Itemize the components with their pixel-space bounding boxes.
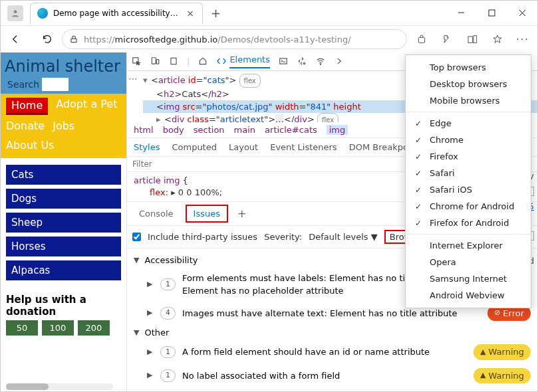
dd-opera[interactable]: Opera <box>406 254 531 270</box>
animal-link-alpacas[interactable]: Alpacas <box>6 260 121 280</box>
browser-filter-menu[interactable]: Top browsers Desktop browsers Mobile bro… <box>405 54 531 308</box>
dd-mobile-browsers[interactable]: Mobile browsers <box>406 92 531 109</box>
network-icon[interactable] <box>315 56 326 66</box>
svg-point-14 <box>303 63 305 64</box>
address-bar[interactable]: https://microsoftedge.github.io/Demos/de… <box>62 29 407 49</box>
dd-ie[interactable]: Internet Explorer <box>406 237 531 254</box>
include-thirdparty-checkbox[interactable] <box>132 233 141 241</box>
more-tabs-icon[interactable] <box>334 56 344 66</box>
console-icon[interactable] <box>278 56 289 66</box>
page-preview: Animal shelter Search Home Adopt a Pet D… <box>1 52 127 391</box>
donate-heading: Help us with a donation <box>1 287 126 320</box>
titlebar: Demo page with accessibility issu × + <box>1 1 537 26</box>
page-scrollbar-h[interactable] <box>6 383 113 390</box>
read-aloud-icon[interactable] <box>436 29 458 50</box>
elements-tab[interactable]: Elements <box>216 54 270 68</box>
search-input[interactable] <box>42 78 68 91</box>
donate-100[interactable]: 100 <box>42 320 74 336</box>
device-icon[interactable] <box>150 56 160 66</box>
tab-computed[interactable]: Computed <box>172 142 217 152</box>
svg-rect-8 <box>473 36 477 43</box>
nav-about[interactable]: About Us <box>6 139 54 151</box>
severity-label: Severity: <box>264 232 302 242</box>
toolbar: https://microsoftedge.github.io/Demos/de… <box>1 26 537 52</box>
main-nav: Home Adopt a Pet Donate Jobs About Us <box>1 94 126 158</box>
svg-point-15 <box>320 64 321 64</box>
dd-samsung[interactable]: Samsung Internet <box>406 270 531 287</box>
svg-point-0 <box>14 10 17 13</box>
dd-chrome-android[interactable]: ✓Chrome for Android <box>406 198 531 215</box>
dd-firefox-android[interactable]: ✓Firefox for Android <box>406 215 531 231</box>
dd-safari-ios[interactable]: ✓Safari iOS <box>406 181 531 198</box>
svg-rect-10 <box>152 58 156 64</box>
url-text: https://microsoftedge.github.io/Demos/de… <box>84 35 400 45</box>
search-label: Search <box>7 79 39 90</box>
include-thirdparty-label: Include third-party issues <box>148 232 257 242</box>
animal-link-cats[interactable]: Cats <box>6 165 121 185</box>
tab-console[interactable]: Console <box>132 206 180 221</box>
edge-icon <box>37 8 48 19</box>
close-window-button[interactable] <box>507 1 537 26</box>
svg-rect-2 <box>489 10 495 16</box>
back-button[interactable] <box>5 29 26 50</box>
dd-desktop-browsers[interactable]: Desktop browsers <box>406 76 531 92</box>
tab-title: Demo page with accessibility issu <box>53 9 180 18</box>
tab-styles[interactable]: Styles <box>134 142 160 152</box>
dd-firefox[interactable]: ✓Firefox <box>406 148 531 165</box>
lock-icon <box>69 35 78 44</box>
animal-link-dogs[interactable]: Dogs <box>6 189 121 209</box>
dom-gutter-icon[interactable]: ⋯ <box>128 73 138 84</box>
collections-icon[interactable] <box>462 29 483 50</box>
refresh-button[interactable] <box>37 29 58 50</box>
warning-badge: ▲Warning <box>473 344 531 360</box>
new-tab-button[interactable]: + <box>208 3 223 23</box>
profile-avatar[interactable] <box>7 5 23 21</box>
svg-rect-12 <box>171 58 176 64</box>
animal-link-sheep[interactable]: Sheep <box>6 213 121 233</box>
svg-rect-13 <box>280 58 287 64</box>
group-other[interactable]: ▼Other <box>127 325 537 340</box>
nav-donate[interactable]: Donate <box>6 120 45 132</box>
nav-jobs[interactable]: Jobs <box>53 120 74 132</box>
warning-badge: ▲Warning <box>473 368 531 384</box>
dd-edge[interactable]: ✓Edge <box>406 115 531 132</box>
nav-adopt[interactable]: Adopt a Pet <box>56 98 117 113</box>
dd-top-browsers[interactable]: Top browsers <box>406 59 531 76</box>
favorite-icon[interactable] <box>487 29 508 50</box>
donate-200[interactable]: 200 <box>78 320 110 336</box>
inspect-icon[interactable] <box>131 56 142 66</box>
maximize-button[interactable] <box>476 1 507 26</box>
svg-rect-11 <box>156 60 159 64</box>
welcome-icon[interactable] <box>168 56 179 66</box>
animal-link-horses[interactable]: Horses <box>6 237 121 256</box>
nav-home[interactable]: Home <box>6 98 48 113</box>
dd-safari[interactable]: ✓Safari <box>406 165 531 181</box>
close-tab-icon[interactable]: × <box>185 8 196 19</box>
dd-android-webview[interactable]: Android Webview <box>406 287 531 304</box>
site-title: Animal shelter <box>5 58 120 75</box>
donate-50[interactable]: 50 <box>6 320 38 336</box>
issue-row[interactable]: ▶ 1 No label associated with a form fiel… <box>127 364 537 388</box>
tab-layout[interactable]: Layout <box>229 142 258 152</box>
severity-dropdown[interactable]: Default levels ▼ <box>309 232 377 242</box>
svg-rect-7 <box>468 37 473 43</box>
shopping-icon[interactable] <box>411 29 432 50</box>
sources-icon[interactable] <box>297 56 307 66</box>
browser-tab[interactable]: Demo page with accessibility issu × <box>30 3 203 24</box>
minimize-button[interactable] <box>446 1 476 26</box>
issue-row[interactable]: ▶ 1 A form field element should have an … <box>127 340 537 364</box>
add-drawer-tab[interactable]: + <box>233 207 250 220</box>
svg-rect-5 <box>71 39 76 42</box>
home-icon[interactable] <box>198 56 208 66</box>
dd-chrome[interactable]: ✓Chrome <box>406 132 531 148</box>
svg-rect-6 <box>418 37 424 43</box>
tab-issues[interactable]: Issues <box>186 205 228 223</box>
menu-button[interactable]: ··· <box>512 29 533 50</box>
tab-event-listeners[interactable]: Event Listeners <box>270 142 336 152</box>
